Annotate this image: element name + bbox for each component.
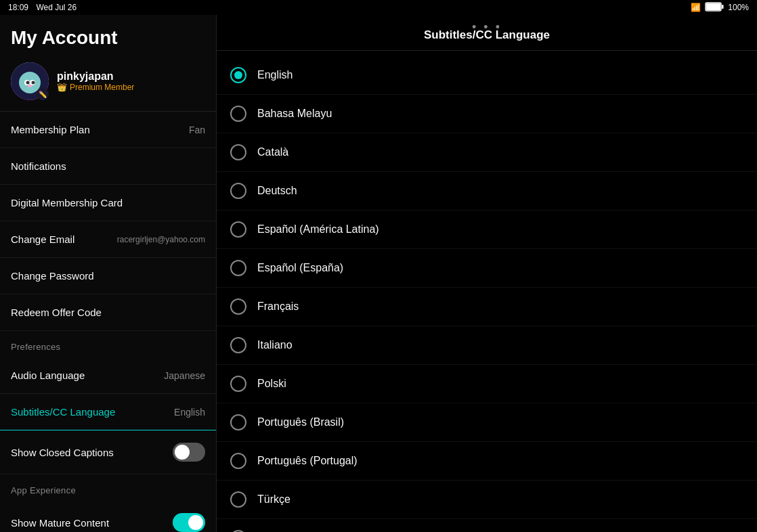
menu-item-change-password[interactable]: Change Password: [0, 258, 216, 294]
radio-francais: [230, 298, 246, 315]
language-name-portugues-portugal: Português (Portugal): [257, 455, 358, 467]
language-item-francais[interactable]: Français: [217, 288, 757, 326]
avatar[interactable]: ✏️: [11, 62, 49, 100]
radio-turkce: [230, 491, 246, 508]
menu-label-audio-language: Audio Language: [11, 370, 85, 381]
language-name-francais: Français: [257, 301, 299, 313]
language-item-bahasa[interactable]: Bahasa Melayu: [217, 95, 757, 133]
user-info: pinkyjapan 👑 Premium Member: [57, 70, 134, 92]
mature-content-toggle[interactable]: [173, 513, 205, 532]
radio-english: [230, 67, 246, 83]
radio-italiano: [230, 337, 246, 353]
language-item-english[interactable]: English: [217, 56, 757, 95]
language-item-italiano[interactable]: Italiano: [217, 326, 757, 365]
user-profile: ✏️ pinkyjapan 👑 Premium Member: [0, 57, 216, 111]
captions-toggle-knob: [175, 445, 190, 460]
page-title: My Account: [0, 15, 216, 57]
right-panel-header: • • • Subtitles/CC Language: [217, 15, 757, 51]
wifi-icon: 📶: [691, 3, 701, 12]
menu-value-audio-language: Japanese: [164, 370, 205, 381]
radio-deutsch: [230, 183, 246, 199]
language-item-espanol-espana[interactable]: Español (España): [217, 249, 757, 288]
svg-rect-1: [706, 3, 720, 10]
language-name-deutsch: Deutsch: [257, 185, 297, 197]
menu-value-subtitles-cc: English: [174, 407, 205, 418]
menu-item-digital-card[interactable]: Digital Membership Card: [0, 185, 216, 221]
language-item-russian[interactable]: Русский: [217, 519, 757, 532]
radio-catala: [230, 144, 246, 160]
language-item-turkce[interactable]: Türkçe: [217, 481, 757, 519]
menu-item-notifications[interactable]: Notifications: [0, 148, 216, 185]
main-layout: My Account: [0, 15, 757, 532]
language-name-bahasa: Bahasa Melayu: [257, 108, 332, 120]
right-panel: • • • Subtitles/CC Language English Baha…: [217, 15, 757, 532]
menu-item-redeem-offer[interactable]: Redeem Offer Code: [0, 294, 216, 331]
battery-percent: 100%: [728, 3, 749, 12]
language-item-catala[interactable]: Català: [217, 133, 757, 172]
app-experience-section: App Experience Show Mature Content Strea…: [0, 474, 216, 532]
main-menu-section: Membership Plan Fan Notifications Digita…: [0, 111, 216, 331]
radio-espanol-latina: [230, 221, 246, 238]
svg-point-9: [26, 81, 30, 85]
language-name-portugues-brasil: Português (Brasil): [257, 416, 344, 428]
menu-item-change-email[interactable]: Change Email racergirljen@yahoo.com: [0, 221, 216, 258]
menu-value-change-email: racergirljen@yahoo.com: [117, 235, 205, 244]
status-icons: 📶 100%: [691, 2, 749, 14]
language-name-catala: Català: [257, 146, 288, 158]
menu-item-subtitles-cc[interactable]: Subtitles/CC Language English: [0, 394, 216, 430]
menu-label-redeem-offer: Redeem Offer Code: [11, 307, 102, 318]
status-time: 18:09: [8, 3, 28, 12]
radio-bahasa: [230, 106, 246, 122]
preferences-section: Preferences Audio Language Japanese Subt…: [0, 331, 216, 474]
svg-rect-2: [722, 5, 724, 9]
menu-item-show-mature[interactable]: Show Mature Content: [0, 501, 216, 532]
svg-point-11: [28, 85, 32, 87]
menu-item-membership[interactable]: Membership Plan Fan: [0, 112, 216, 148]
radio-inner-english: [234, 71, 242, 79]
language-name-espanol-espana: Español (España): [257, 262, 343, 274]
status-time-date: 18:09 Wed Jul 26: [8, 3, 77, 12]
battery-icon: [705, 2, 724, 14]
menu-label-show-mature: Show Mature Content: [11, 517, 109, 529]
menu-label-show-captions: Show Closed Captions: [11, 447, 114, 458]
status-bar: 18:09 Wed Jul 26 📶 100%: [0, 0, 757, 15]
radio-portugues-brasil: [230, 414, 246, 430]
radio-espanol-espana: [230, 260, 246, 276]
menu-value-membership: Fan: [189, 125, 205, 135]
menu-item-audio-language[interactable]: Audio Language Japanese: [0, 357, 216, 394]
language-item-espanol-latina[interactable]: Español (América Latina): [217, 210, 757, 249]
language-name-espanol-latina: Español (América Latina): [257, 223, 379, 236]
language-name-english: English: [257, 69, 293, 81]
menu-label-notifications: Notifications: [11, 160, 66, 172]
menu-label-change-email: Change Email: [11, 234, 74, 245]
language-list: English Bahasa Melayu Català Deutsch Esp…: [217, 51, 757, 532]
language-name-polski: Polski: [257, 378, 286, 390]
more-options-dots[interactable]: • • •: [472, 20, 502, 35]
username: pinkyjapan: [57, 70, 134, 83]
preferences-header: Preferences: [0, 331, 216, 357]
menu-label-change-password: Change Password: [11, 270, 94, 282]
language-item-deutsch[interactable]: Deutsch: [217, 172, 757, 210]
membership-type: Premium Member: [70, 83, 134, 92]
menu-label-subtitles-cc: Subtitles/CC Language: [11, 406, 115, 418]
avatar-edit-badge: ✏️: [37, 88, 49, 100]
language-name-italiano: Italiano: [257, 339, 293, 351]
radio-polski: [230, 376, 246, 392]
crown-icon: 👑: [57, 83, 67, 92]
premium-badge: 👑 Premium Member: [57, 83, 134, 92]
menu-item-show-captions[interactable]: Show Closed Captions: [0, 430, 216, 474]
language-name-turkce: Türkçe: [257, 493, 290, 506]
language-item-polski[interactable]: Polski: [217, 365, 757, 403]
language-item-portugues-portugal[interactable]: Português (Portugal): [217, 442, 757, 481]
captions-toggle[interactable]: [173, 443, 205, 462]
menu-label-digital-card: Digital Membership Card: [11, 197, 123, 208]
mature-toggle-knob: [188, 515, 203, 530]
left-panel: My Account: [0, 15, 217, 532]
app-experience-header: App Experience: [0, 474, 216, 501]
menu-label-membership: Membership Plan: [11, 124, 90, 135]
radio-portugues-portugal: [230, 453, 246, 469]
status-date: Wed Jul 26: [36, 3, 77, 12]
svg-point-10: [32, 81, 35, 85]
language-item-portugues-brasil[interactable]: Português (Brasil): [217, 403, 757, 442]
